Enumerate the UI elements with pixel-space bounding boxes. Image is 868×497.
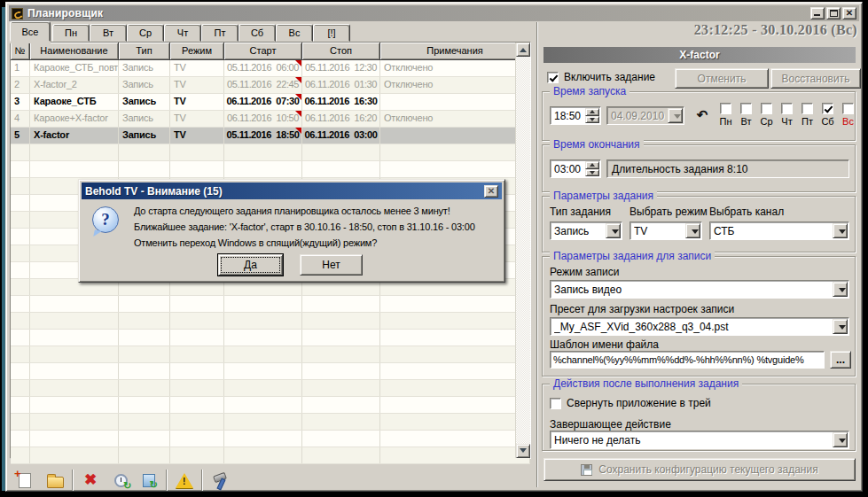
cell-stop: 05.11.2016 12:30 xyxy=(302,60,380,76)
weekday-checkbox-thu[interactable] xyxy=(781,103,793,114)
task-params-legend: Параметры задания xyxy=(550,190,657,202)
tab-wed[interactable]: Ср xyxy=(127,24,164,42)
spin-down-button[interactable] xyxy=(585,116,599,124)
minimize-button[interactable] xyxy=(810,7,825,19)
filename-template-input[interactable] xyxy=(550,351,825,369)
final-action-combo[interactable]: Ничего не делать xyxy=(550,431,849,449)
tab-tue[interactable]: Вт xyxy=(90,24,127,42)
minimize-to-tray-checkbox[interactable] xyxy=(550,398,561,409)
weekday-checkbox-sun[interactable] xyxy=(842,103,854,114)
undo-button[interactable]: ↶ xyxy=(693,106,711,124)
weekday-checkbox-wed[interactable] xyxy=(761,103,772,114)
delete-task-button[interactable]: ✖ xyxy=(79,469,102,492)
tab-sun[interactable]: Вс xyxy=(276,24,313,42)
refresh-schedule-button[interactable] xyxy=(109,469,132,492)
dialog-close-button[interactable]: ✕ xyxy=(484,185,498,198)
dropdown-button[interactable] xyxy=(833,432,848,447)
cell-name: X-factor_2 xyxy=(30,77,119,93)
cell-empty xyxy=(170,296,224,312)
table-row[interactable]: 3 Караоке_СТБ Запись TV 06.11.2016 07:30… xyxy=(11,94,530,111)
weekday-checkbox-tue[interactable] xyxy=(740,103,752,114)
filename-template-label: Шаблон имени файла xyxy=(550,338,659,351)
start-time-spinner[interactable]: 18:50 xyxy=(550,106,601,125)
table-row-empty[interactable] xyxy=(11,380,530,397)
table-row-empty[interactable] xyxy=(11,397,530,414)
tab-all[interactable]: Все xyxy=(10,21,51,42)
start-date-combo[interactable]: 04.09.2010 xyxy=(606,106,684,125)
cell-mode: TV xyxy=(170,77,224,93)
spin-up-button[interactable] xyxy=(585,108,599,116)
cell-empty xyxy=(224,363,302,379)
dropdown-button[interactable] xyxy=(833,282,848,297)
table-scrollbar[interactable] xyxy=(515,43,530,458)
start-date-value: 04.09.2010 xyxy=(611,110,666,122)
table-row-empty[interactable] xyxy=(11,313,530,330)
yes-button[interactable]: Да xyxy=(218,254,283,276)
dialog-titlebar[interactable]: Behold TV - Внимание (15) ✕ xyxy=(82,182,502,199)
window-refresh-icon xyxy=(143,474,155,487)
table-row-empty[interactable] xyxy=(11,414,530,431)
mode-combo[interactable]: TV xyxy=(629,221,702,240)
tools-button[interactable] xyxy=(208,469,231,492)
tab-fri[interactable]: Пт xyxy=(201,24,239,42)
table-row-empty[interactable] xyxy=(11,447,530,464)
warnings-button[interactable] xyxy=(173,469,196,492)
table-row-empty[interactable] xyxy=(11,161,530,178)
chevron-down-icon xyxy=(839,439,846,447)
maximize-button[interactable] xyxy=(826,7,841,19)
end-time-spinner[interactable]: 03:00 xyxy=(550,159,601,178)
table-row-empty[interactable] xyxy=(11,330,530,346)
new-task-button[interactable] xyxy=(13,469,36,492)
window-titlebar[interactable]: Планировщик ✕ xyxy=(9,5,859,21)
table-row[interactable]: 4 Караоке+X-factor Запись TV 06.11.2016 … xyxy=(11,111,530,128)
table-row[interactable]: 1 Караоке_СТБ_повтор Запись TV 05.11.201… xyxy=(11,60,530,77)
cell-name: Караоке_СТБ xyxy=(30,94,119,110)
spin-down-button[interactable] xyxy=(585,169,599,177)
arrow-down-icon xyxy=(520,448,527,456)
table-row-empty[interactable] xyxy=(11,346,530,363)
table-row-empty[interactable] xyxy=(11,144,530,161)
tab-alerts[interactable]: [!] xyxy=(313,24,350,42)
table-row[interactable]: 2 X-factor_2 Запись TV 05.11.2016 22:45 … xyxy=(11,77,530,94)
table-row-empty[interactable] xyxy=(11,363,530,380)
weekday-checkbox-mon[interactable] xyxy=(720,103,731,114)
browse-button[interactable]: ... xyxy=(830,351,851,369)
cancel-button[interactable]: Отменить xyxy=(675,68,769,89)
scroll-down-button[interactable] xyxy=(516,444,530,458)
col-start: Старт xyxy=(224,43,302,60)
enable-task-checkbox[interactable] xyxy=(547,72,559,83)
cell-empty xyxy=(224,414,302,430)
save-config-button[interactable]: Сохранить конфигурацию текущего задания xyxy=(543,458,856,481)
dropdown-button[interactable] xyxy=(606,223,621,238)
spin-up-button[interactable] xyxy=(585,161,599,169)
tab-sat[interactable]: Сб xyxy=(239,24,276,42)
dropdown-button[interactable] xyxy=(833,319,848,334)
channel-combo[interactable]: СТБ xyxy=(709,221,849,240)
record-mode-combo[interactable]: Запись видео xyxy=(550,280,849,299)
cell-empty xyxy=(170,363,224,379)
weekday-checkbox-fri[interactable] xyxy=(802,103,813,114)
table-row-empty[interactable] xyxy=(11,296,530,313)
table-row-selected[interactable]: 5 X-factor Запись TV 05.11.2016 18:50 06… xyxy=(11,128,530,144)
dropdown-button[interactable] xyxy=(833,223,848,238)
no-button[interactable]: Нет xyxy=(300,254,363,276)
restore-button[interactable]: Восстановить xyxy=(770,68,861,89)
mode-value: TV xyxy=(634,225,684,237)
cell-empty xyxy=(11,195,30,211)
tab-thu[interactable]: Чт xyxy=(164,24,201,42)
table-row-empty[interactable] xyxy=(11,431,530,447)
dropdown-button[interactable] xyxy=(685,223,700,238)
preset-combo[interactable]: _My_ASF_XVid_360x288_q3_04.pst xyxy=(550,317,849,336)
apply-window-button[interactable] xyxy=(137,469,160,492)
open-schedule-button[interactable] xyxy=(43,469,66,492)
tab-mon[interactable]: Пн xyxy=(52,24,90,42)
scroll-up-button[interactable] xyxy=(516,43,530,57)
cell-type: Запись xyxy=(119,128,170,144)
dropdown-button[interactable] xyxy=(668,108,683,123)
cell-empty xyxy=(380,330,530,346)
cell-num: 5 xyxy=(11,128,30,144)
task-type-combo[interactable]: Запись xyxy=(550,221,622,240)
start-time-legend: Время запуска xyxy=(550,85,629,97)
close-button[interactable]: ✕ xyxy=(842,7,856,19)
weekday-checkbox-sat[interactable] xyxy=(822,103,833,114)
